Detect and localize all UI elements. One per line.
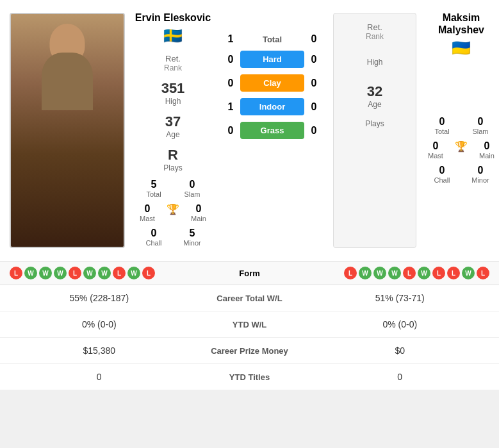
left-slam-num: 0 [173,179,211,190]
right-minor-lbl: Minor [461,176,499,184]
form-left-badge-4: L [69,267,81,279]
hard-right-score: 0 [304,54,323,65]
left-chall-cell: 0 Chall [135,228,173,247]
stats-right-0: 51% (73-71) [314,293,487,303]
player-section: Ervin Eleskovic 🇸🇪 Ret. Rank 351 High 37… [0,0,499,261]
stats-right-3: 0 [314,372,487,382]
right-high-label: High [367,58,383,67]
left-player-photo [10,13,125,248]
right-trophy-cell: 🏆 [448,140,474,160]
left-chall-num: 0 [135,228,173,239]
left-plays-value: R [163,147,182,163]
form-right-badge-1: W [359,267,372,279]
hard-row: 0 Hard 0 [215,49,330,70]
clay-button[interactable]: Clay [240,74,304,92]
right-total-lbl: Total [423,128,461,135]
stats-left-2: $15,380 [13,345,186,356]
form-label: Form [211,269,288,278]
form-left-badge-8: W [127,267,140,279]
left-age-value: 37 [165,113,181,130]
stats-left-0: 55% (228-187) [13,293,186,303]
stats-right-2: $0 [314,345,487,356]
right-age-label: Age [367,100,382,109]
left-total-lbl: Total [135,190,173,198]
stats-row-3: 0YTD Titles0 [0,364,499,390]
stats-row-2: $15,380Career Prize Money$0 [0,338,499,364]
right-plays-label: Plays [365,119,384,128]
right-main-num: 0 [474,140,499,152]
right-rank-group: Ret. Rank [366,22,384,41]
right-trophy-icon: 🏆 [455,141,468,152]
left-rank: Rank [164,63,182,72]
form-right-badge-8: W [462,267,475,279]
right-main-lbl: Main [474,152,499,160]
grass-row: 0 Grass 0 [215,120,330,141]
left-total-num: 5 [135,179,173,190]
left-high-group: 351 High [161,80,185,106]
left-age-label: Age [165,130,181,139]
left-player-name: Ervin Eleskovic [135,12,211,24]
right-age-group: 32 Age [367,83,382,109]
right-flag: 🇺🇦 [452,39,471,57]
right-total-slam-row: 0 Total 0 Slam [423,116,499,135]
indoor-button[interactable]: Indoor [240,98,304,115]
left-chall-minor-row: 0 Chall 5 Minor [135,228,211,247]
left-mast-num: 0 [135,203,160,215]
left-ret: Ret. [164,54,182,63]
stats-row-0: 55% (228-187)Career Total W/L51% (73-71) [0,285,499,311]
stats-right-1: 0% (0-0) [314,319,487,329]
right-minor-cell: 0 Minor [461,165,499,184]
left-trophy-cell: 🏆 [160,203,186,222]
stats-section: 55% (228-187)Career Total W/L51% (73-71)… [0,285,499,390]
right-rank: Rank [366,32,384,41]
left-flag: 🇸🇪 [163,27,183,45]
indoor-row: 1 Indoor 0 [215,96,330,117]
right-player-name: Maksim Malyshev [423,12,499,36]
form-right-badge-2: W [373,267,386,279]
clay-left-score: 0 [221,78,240,89]
total-right-score: 0 [304,33,323,45]
form-section: LWWWLWWLWL Form LWWWLWLLWL [0,261,499,285]
right-high-group: High [367,58,383,67]
stats-center-0: Career Total W/L [186,294,314,303]
form-right-badge-9: L [477,267,489,279]
stats-center-1: YTD W/L [186,320,314,329]
hard-button[interactable]: Hard [240,51,304,68]
form-right-badge-3: W [388,267,401,279]
right-total-cell: 0 Total [423,116,461,135]
right-slam-num: 0 [461,116,499,128]
form-left-badge-9: L [142,267,155,279]
hard-left-score: 0 [221,54,240,65]
left-minor-num: 5 [173,228,211,239]
form-left-badge-6: W [98,267,111,279]
grass-button[interactable]: Grass [240,122,304,139]
form-right-badge-0: L [344,267,357,279]
main-container: Ervin Eleskovic 🇸🇪 Ret. Rank 351 High 37… [0,0,499,390]
left-mast-lbl: Mast [135,215,160,222]
clay-right-score: 0 [304,78,323,89]
left-slam-cell: 0 Slam [173,179,211,198]
left-chall-lbl: Chall [135,239,173,247]
total-label: Total [263,35,282,44]
left-slam-lbl: Slam [173,190,211,198]
right-chall-lbl: Chall [423,176,461,184]
right-player-info-box: Ret. Rank High 32 Age Plays [333,13,416,248]
left-total-cell: 5 Total [135,179,173,198]
right-main-cell: 0 Main [474,140,499,160]
left-total-slam-row: 5 Total 0 Slam [135,179,211,198]
left-mast-main-row: 0 Mast 🏆 0 Main [135,203,211,222]
form-right-badge-5: W [418,267,430,279]
right-mast-num: 0 [423,140,448,152]
left-mast-cell: 0 Mast [135,203,160,222]
stats-center-2: Career Prize Money [186,346,314,356]
form-left-badge-0: L [10,267,22,279]
stats-left-3: 0 [13,372,186,382]
left-rank-group: Ret. Rank [164,54,182,72]
left-minor-cell: 5 Minor [173,228,211,247]
right-minor-num: 0 [461,165,499,176]
left-player-info: Ervin Eleskovic 🇸🇪 Ret. Rank 351 High 37… [131,6,215,254]
right-mast-lbl: Mast [423,152,448,160]
right-slam-lbl: Slam [461,128,499,135]
right-ret: Ret. [366,22,384,32]
indoor-left-score: 1 [221,101,240,113]
